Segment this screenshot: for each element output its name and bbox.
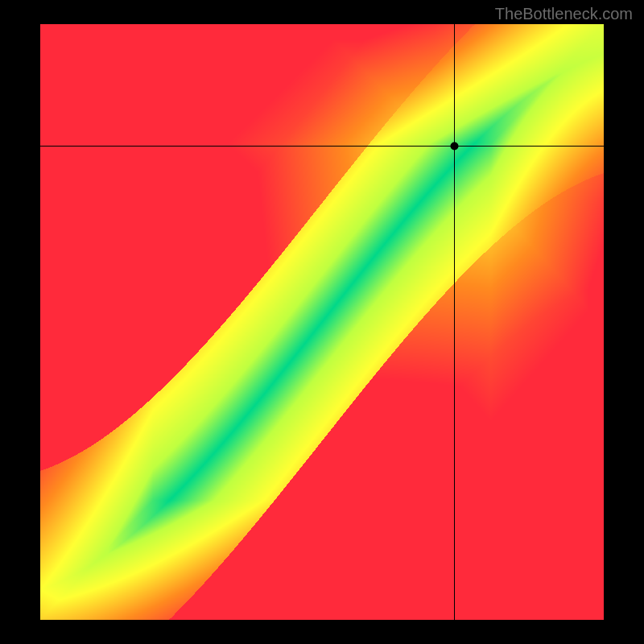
watermark-text: TheBottleneck.com	[495, 5, 633, 23]
heatmap-plot	[40, 24, 604, 620]
chart-container: TheBottleneck.com	[0, 0, 644, 644]
heatmap-canvas	[40, 24, 604, 620]
